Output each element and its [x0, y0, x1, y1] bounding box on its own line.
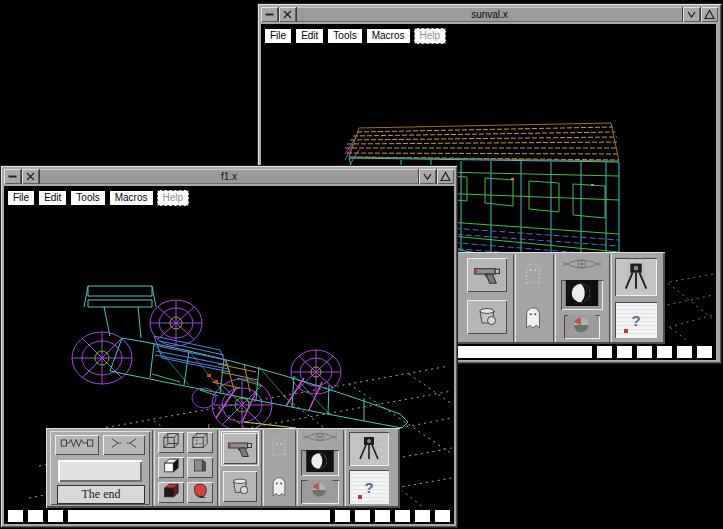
help-question-button[interactable]: ?	[615, 302, 657, 338]
render-bw-sphere-button[interactable]	[561, 280, 603, 310]
render-shaded-sphere-button[interactable]	[564, 315, 600, 339]
help-question-button[interactable]: ?	[349, 470, 389, 504]
menu-file[interactable]: File	[7, 190, 35, 206]
frame-cell[interactable]	[8, 510, 23, 522]
cube-solid-button[interactable]	[158, 457, 184, 478]
cube-hidden-line-button[interactable]	[187, 432, 213, 453]
panel-separator	[513, 254, 516, 342]
question-mark-label: ?	[364, 480, 373, 495]
camera-tripod-button[interactable]	[349, 432, 389, 466]
frame-cell[interactable]	[355, 510, 370, 522]
gun-button[interactable]	[467, 258, 507, 292]
frame-cell[interactable]	[597, 346, 612, 358]
eye-icon	[300, 429, 340, 449]
cube-color-button[interactable]	[158, 482, 184, 503]
question-dot	[624, 329, 628, 333]
cube-hidden-line-icon	[190, 431, 210, 454]
ghost-outline-icon	[269, 433, 289, 463]
paint-bucket-button[interactable]	[467, 300, 507, 334]
the-end-button[interactable]: The end	[57, 485, 145, 504]
chain-links-button[interactable]	[55, 435, 99, 455]
cube-flat-icon	[190, 456, 210, 479]
menu-macros[interactable]: Macros	[109, 190, 154, 206]
maximize-button[interactable]	[700, 7, 718, 22]
panel-separator	[295, 430, 298, 506]
camera-tripod-button[interactable]	[615, 258, 657, 296]
bw-sphere-icon	[304, 450, 336, 476]
menu-file[interactable]: File	[264, 28, 292, 44]
render-shaded-sphere-button[interactable]	[301, 480, 339, 504]
close-button[interactable]	[22, 169, 40, 184]
ghost-outline-button[interactable]	[265, 432, 293, 464]
maximize-button[interactable]	[436, 169, 454, 184]
menu-tools[interactable]: Tools	[70, 190, 105, 206]
menu-edit[interactable]: Edit	[38, 190, 67, 206]
shaded-sphere-icon	[305, 480, 335, 504]
frame-cell[interactable]	[375, 510, 390, 522]
panel-separator	[553, 254, 556, 342]
render-bw-sphere-button[interactable]	[301, 450, 339, 476]
panel-separator	[217, 430, 220, 506]
shaded-sphere-icon	[566, 315, 598, 339]
gun-button[interactable]	[223, 433, 257, 464]
bw-sphere-icon	[564, 280, 600, 310]
frame-cell[interactable]	[48, 510, 63, 522]
eye-icon	[560, 255, 604, 277]
frame-cell[interactable]	[697, 346, 712, 358]
cube-smooth-button[interactable]	[187, 482, 213, 503]
frame-cell[interactable]	[677, 346, 692, 358]
shade-button[interactable]	[418, 169, 436, 184]
close-button[interactable]	[279, 7, 297, 22]
frame-cell[interactable]	[617, 346, 632, 358]
bus-menubar: File Edit Tools Macros Help	[264, 28, 446, 44]
question-dot	[358, 495, 362, 499]
eye-emblem	[559, 257, 605, 275]
menu-tools[interactable]: Tools	[327, 28, 362, 44]
ghost-solid-icon	[269, 473, 289, 503]
f1-control-panel: The end	[46, 428, 400, 508]
chain-links-icon	[58, 436, 96, 454]
cube-wireframe-button[interactable]	[158, 432, 184, 453]
ghost-solid-button[interactable]	[265, 472, 293, 504]
collapse-arrows-button[interactable]	[103, 435, 145, 455]
cube-wireframe-icon	[161, 431, 181, 454]
menu-edit[interactable]: Edit	[295, 28, 324, 44]
animation-group: The end	[50, 431, 150, 505]
menu-macros[interactable]: Macros	[366, 28, 411, 44]
cube-color-icon	[161, 481, 181, 504]
frame-cell[interactable]	[335, 510, 350, 522]
frame-cell[interactable]	[637, 346, 652, 358]
ghost-solid-icon	[522, 303, 544, 335]
window-title: f1.x	[40, 169, 418, 184]
blank-wide-button[interactable]	[58, 460, 142, 482]
frame-track[interactable]	[68, 510, 330, 522]
frame-cell[interactable]	[395, 510, 410, 522]
window-title: sunval.x	[297, 7, 682, 22]
shade-button[interactable]	[682, 7, 700, 22]
f1-3d-viewport[interactable]: File Edit Tools Macros Help The end	[4, 186, 454, 524]
frame-cell[interactable]	[28, 510, 43, 522]
frame-cell[interactable]	[435, 510, 450, 522]
cube-smooth-icon	[190, 481, 210, 504]
camera-tripod-icon	[355, 433, 383, 465]
window-f1: f1.x	[0, 165, 458, 528]
gun-icon	[226, 435, 254, 463]
collapse-arrows-icon	[108, 436, 140, 454]
paint-bucket-icon	[475, 303, 499, 331]
frame-cell[interactable]	[415, 510, 430, 522]
panel-separator	[343, 430, 346, 506]
ghost-solid-button[interactable]	[517, 302, 549, 336]
cube-flat-button[interactable]	[187, 457, 213, 478]
menu-help[interactable]: Help	[157, 190, 190, 206]
bus-titlebar[interactable]: sunval.x	[261, 7, 718, 22]
panel-separator	[609, 254, 612, 342]
menu-help[interactable]: Help	[414, 28, 447, 44]
panel-separator	[261, 430, 264, 506]
frame-cell[interactable]	[657, 346, 672, 358]
ghost-outline-button[interactable]	[517, 258, 549, 292]
eye-emblem	[299, 431, 341, 447]
paint-bucket-button[interactable]	[223, 471, 257, 502]
f1-titlebar[interactable]: f1.x	[4, 169, 454, 184]
window-menu-button[interactable]	[4, 169, 22, 184]
window-menu-button[interactable]	[261, 7, 279, 22]
